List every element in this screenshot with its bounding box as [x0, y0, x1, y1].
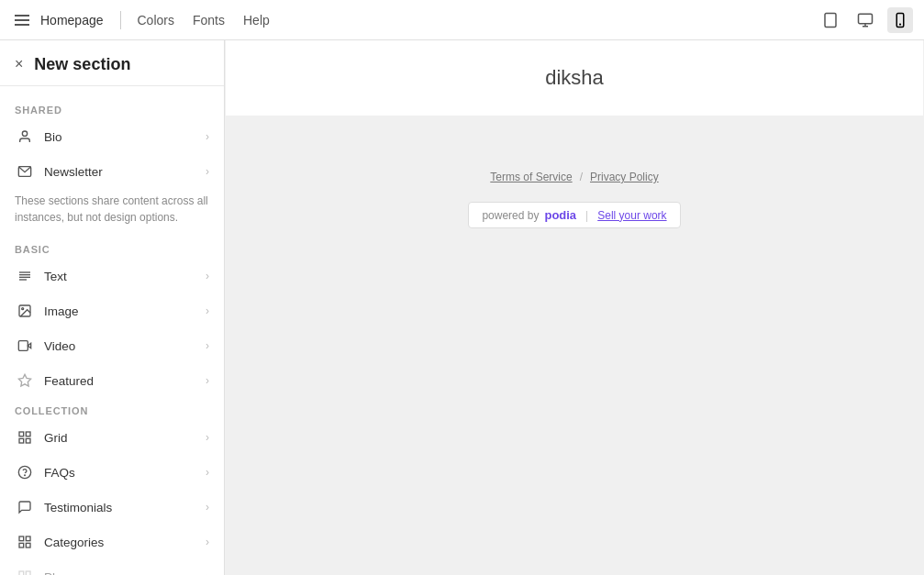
envelope-icon [15, 161, 35, 182]
text-chevron-icon: › [206, 270, 209, 282]
sell-link[interactable]: Sell your work [597, 209, 666, 222]
content-inner: diksha [226, 40, 923, 116]
footer-area: Terms of Service / Privacy Policy powere… [225, 116, 924, 575]
footer-separator: / [580, 171, 583, 183]
faqs-label: FAQs [44, 466, 206, 480]
star-icon [15, 370, 35, 391]
sidebar-item-text[interactable]: Text › [0, 259, 224, 293]
sidebar-item-grid[interactable]: Grid › [0, 420, 224, 455]
sidebar-item-bio[interactable]: Bio › [0, 119, 224, 154]
tablet-view-icon[interactable] [818, 7, 843, 33]
featured-chevron-icon: › [206, 374, 209, 387]
powered-by-text: powered by [482, 209, 539, 222]
privacy-link[interactable]: Privacy Policy [590, 171, 659, 183]
categories-label: Categories [44, 536, 206, 549]
sidebar-content: SHARED Bio › [0, 86, 224, 575]
testimonials-chevron-icon: › [206, 501, 209, 514]
video-chevron-icon: › [206, 339, 209, 352]
hamburger-icon[interactable] [11, 11, 33, 29]
nav-divider [120, 11, 121, 29]
powered-by-badge: powered by podia | Sell your work [468, 202, 680, 228]
nav-link-help[interactable]: Help [243, 13, 270, 28]
terms-link[interactable]: Terms of Service [490, 171, 572, 183]
newsletter-label: Newsletter [44, 165, 206, 179]
nav-link-colors[interactable]: Colors [138, 13, 174, 28]
collection-section-label: COLLECTION [0, 398, 224, 420]
video-label: Video [44, 339, 206, 353]
svg-rect-15 [18, 341, 28, 351]
grid-chevron-icon: › [206, 431, 209, 444]
testimonials-icon [15, 497, 35, 517]
plans-icon [15, 567, 35, 575]
svg-rect-2 [859, 14, 873, 24]
sidebar: × New section SHARED Bio › [0, 40, 225, 575]
shared-note: These sections share content across all … [0, 189, 224, 237]
svg-rect-28 [19, 571, 24, 575]
shared-section-label: SHARED [0, 97, 224, 119]
svg-point-14 [22, 308, 24, 310]
faqs-chevron-icon: › [206, 466, 209, 479]
podia-logo: podia [544, 208, 576, 222]
newsletter-chevron-icon: › [206, 165, 209, 178]
svg-rect-19 [26, 432, 30, 437]
svg-point-7 [22, 131, 27, 136]
svg-rect-0 [825, 13, 836, 27]
sidebar-item-testimonials[interactable]: Testimonials › [0, 490, 224, 525]
svg-rect-21 [26, 438, 30, 443]
svg-rect-26 [19, 543, 24, 547]
content-area: diksha Terms of Service / Privacy Policy… [225, 40, 924, 575]
close-button[interactable]: × [15, 57, 23, 72]
sidebar-item-featured[interactable]: Featured › [0, 363, 224, 398]
site-header: diksha [226, 40, 923, 116]
image-icon [15, 301, 35, 321]
featured-label: Featured [44, 374, 206, 388]
footer-links: Terms of Service / Privacy Policy [490, 171, 658, 183]
sidebar-item-categories[interactable]: Categories › [0, 525, 224, 559]
testimonials-label: Testimonials [44, 501, 206, 514]
nav-right [818, 7, 913, 33]
svg-rect-20 [19, 438, 24, 443]
sidebar-item-newsletter[interactable]: Newsletter › [0, 154, 224, 189]
top-navigation: Homepage Colors Fonts Help [0, 0, 924, 40]
basic-section-label: BASIC [0, 237, 224, 259]
sidebar-item-image[interactable]: Image › [0, 293, 224, 328]
nav-link-fonts[interactable]: Fonts [193, 13, 225, 28]
powered-pipe: | [585, 209, 588, 222]
categories-icon [15, 532, 35, 552]
svg-rect-18 [19, 432, 24, 437]
svg-rect-29 [26, 571, 30, 575]
bio-chevron-icon: › [206, 130, 209, 143]
nav-left: Homepage Colors Fonts Help [11, 11, 270, 29]
faqs-icon [15, 462, 35, 482]
desktop-view-icon[interactable] [852, 7, 878, 33]
sidebar-item-faqs[interactable]: FAQs › [0, 455, 224, 490]
main-area: × New section SHARED Bio › [0, 40, 924, 575]
bio-label: Bio [44, 130, 206, 144]
sidebar-header: × New section [0, 40, 224, 86]
grid-label: Grid [44, 431, 206, 445]
sidebar-title: New section [34, 55, 130, 74]
grid-icon [15, 427, 35, 448]
nav-links: Colors Fonts Help [138, 13, 270, 28]
plans-label: Plans [44, 570, 206, 576]
sidebar-item-video[interactable]: Video › [0, 328, 224, 363]
person-icon [15, 127, 35, 147]
text-icon [15, 266, 35, 286]
categories-chevron-icon: › [206, 536, 209, 548]
sidebar-item-plans: Plans › [0, 559, 224, 575]
image-label: Image [44, 304, 206, 318]
site-name: diksha [545, 66, 604, 89]
svg-rect-24 [19, 536, 24, 541]
nav-title: Homepage [40, 13, 104, 28]
image-chevron-icon: › [206, 304, 209, 317]
text-label: Text [44, 270, 206, 283]
mobile-view-icon[interactable] [887, 7, 913, 33]
svg-rect-25 [26, 536, 30, 541]
svg-rect-27 [26, 543, 30, 547]
video-icon [15, 336, 35, 356]
plans-chevron-icon: › [206, 570, 209, 575]
svg-marker-17 [18, 374, 30, 386]
